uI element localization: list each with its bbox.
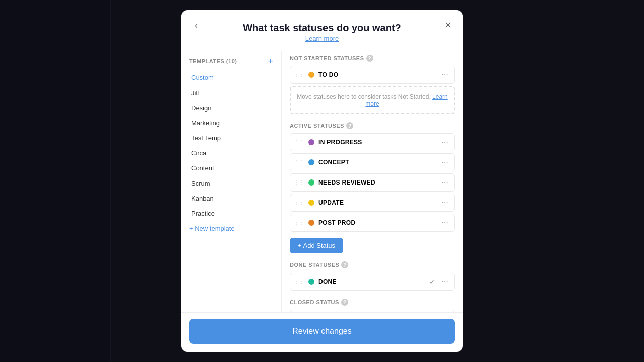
status-name-todo: TO DO: [318, 71, 435, 78]
done-check-icon: ✓: [429, 278, 435, 286]
template-item-scrum[interactable]: Scrum: [183, 176, 279, 191]
not-started-label: NOT STARTED STATUSES: [290, 55, 364, 61]
drag-handle-inprogress[interactable]: ⋮⋮: [294, 140, 304, 145]
modal-body: TEMPLATES (10) + Custom Jill Design Mark…: [181, 47, 463, 312]
templates-header: TEMPLATES (10) +: [181, 55, 281, 70]
statuses-panel: NOT STARTED STATUSES ? ⋮⋮ TO DO ⋯ Move s…: [282, 51, 463, 312]
status-dot-needsreviewed: [308, 179, 314, 186]
status-more-postprod[interactable]: ⋯: [439, 218, 450, 228]
status-name-concept: CONCEPT: [318, 159, 435, 166]
status-name-postprod: POST PROD: [318, 219, 435, 226]
status-dot-todo: [308, 72, 314, 78]
status-more-todo[interactable]: ⋯: [439, 70, 450, 80]
modal-overlay: ‹ What task statuses do you want? Learn …: [0, 0, 644, 362]
status-more-done[interactable]: ⋯: [439, 277, 450, 287]
done-header: DONE STATUSES ?: [290, 261, 455, 268]
done-label: DONE STATUSES: [290, 262, 339, 268]
template-item-testtemp[interactable]: Test Temp: [183, 131, 279, 145]
template-item-jill[interactable]: Jill: [183, 85, 279, 100]
active-section: ACTIVE STATUSES ? ⋮⋮ IN PROGRESS ⋯ ⋮⋮ CO…: [290, 122, 455, 253]
review-changes-button[interactable]: Review changes: [189, 319, 455, 344]
not-started-header: NOT STARTED STATUSES ?: [290, 55, 455, 62]
drag-handle-needsreviewed[interactable]: ⋮⋮: [294, 180, 304, 185]
not-started-section: NOT STARTED STATUSES ? ⋮⋮ TO DO ⋯ Move s…: [290, 55, 455, 114]
status-item-todo: ⋮⋮ TO DO ⋯: [290, 66, 455, 84]
status-name-inprogress: IN PROGRESS: [318, 139, 435, 146]
status-item-done: ⋮⋮ DONE ✓ ⋯: [290, 273, 455, 291]
status-more-inprogress[interactable]: ⋯: [439, 137, 450, 147]
status-dot-concept: [308, 159, 314, 165]
status-name-done: DONE: [318, 278, 425, 285]
status-name-needsreviewed: NEEDS REVIEWED: [318, 179, 435, 186]
template-item-kanban[interactable]: Kanban: [183, 191, 279, 206]
status-item-needsreviewed: ⋮⋮ NEEDS REVIEWED ⋯: [290, 173, 455, 192]
add-template-icon[interactable]: +: [268, 57, 273, 66]
template-item-practice[interactable]: Practice: [183, 206, 279, 221]
status-dot-inprogress: [308, 139, 314, 145]
closed-section: CLOSED STATUS ? ⋮⋮ CLOSED ⋯: [290, 299, 455, 312]
status-more-concept[interactable]: ⋯: [439, 157, 450, 167]
not-started-drop-zone: Move statuses here to consider tasks Not…: [290, 86, 455, 114]
active-header: ACTIVE STATUSES ?: [290, 122, 455, 129]
closed-help-icon[interactable]: ?: [341, 299, 348, 306]
template-item-custom[interactable]: Custom: [183, 70, 279, 85]
status-dot-done: [308, 279, 314, 285]
drag-handle-done[interactable]: ⋮⋮: [294, 279, 304, 284]
drag-handle-todo[interactable]: ⋮⋮: [294, 72, 304, 77]
status-item-update: ⋮⋮ UPDATE ⋯: [290, 194, 455, 212]
modal-title: What task statuses do you want?: [193, 22, 451, 34]
status-modal: ‹ What task statuses do you want? Learn …: [181, 10, 463, 352]
drag-handle-concept[interactable]: ⋮⋮: [294, 160, 304, 165]
status-item-concept: ⋮⋮ CONCEPT ⋯: [290, 153, 455, 171]
status-more-needsreviewed[interactable]: ⋯: [439, 177, 450, 188]
drop-text: Move statuses here to consider tasks Not…: [297, 93, 448, 107]
active-label: ACTIVE STATUSES: [290, 123, 344, 129]
not-started-help-icon[interactable]: ?: [366, 55, 373, 62]
status-name-update: UPDATE: [318, 199, 435, 206]
status-dot-postprod: [308, 220, 314, 226]
template-item-circa[interactable]: Circa: [183, 146, 279, 160]
drop-learn-more[interactable]: Learn more: [365, 93, 447, 107]
back-button[interactable]: ‹: [189, 18, 203, 32]
status-dot-update: [308, 200, 314, 206]
learn-more-link[interactable]: Learn more: [305, 35, 339, 42]
done-help-icon[interactable]: ?: [341, 261, 348, 268]
template-item-content[interactable]: Content: [183, 161, 279, 175]
drag-handle-postprod[interactable]: ⋮⋮: [294, 220, 304, 225]
templates-label: TEMPLATES (10): [189, 58, 237, 64]
done-section: DONE STATUSES ? ⋮⋮ DONE ✓ ⋯: [290, 261, 455, 291]
template-item-marketing[interactable]: Marketing: [183, 116, 279, 130]
new-template-button[interactable]: + New template: [181, 221, 281, 236]
status-item-postprod: ⋮⋮ POST PROD ⋯: [290, 214, 455, 232]
status-item-inprogress: ⋮⋮ IN PROGRESS ⋯: [290, 133, 455, 151]
modal-header: ‹ What task statuses do you want? Learn …: [181, 10, 463, 47]
close-button[interactable]: ✕: [441, 18, 455, 32]
template-item-design[interactable]: Design: [183, 101, 279, 115]
drag-handle-update[interactable]: ⋮⋮: [294, 200, 304, 205]
modal-footer: Review changes: [181, 312, 463, 352]
templates-panel: TEMPLATES (10) + Custom Jill Design Mark…: [181, 51, 282, 312]
closed-label: CLOSED STATUS: [290, 299, 339, 305]
add-status-button[interactable]: + Add Status: [290, 238, 343, 253]
status-more-update[interactable]: ⋯: [439, 198, 450, 208]
closed-header: CLOSED STATUS ?: [290, 299, 455, 306]
active-help-icon[interactable]: ?: [346, 122, 353, 129]
